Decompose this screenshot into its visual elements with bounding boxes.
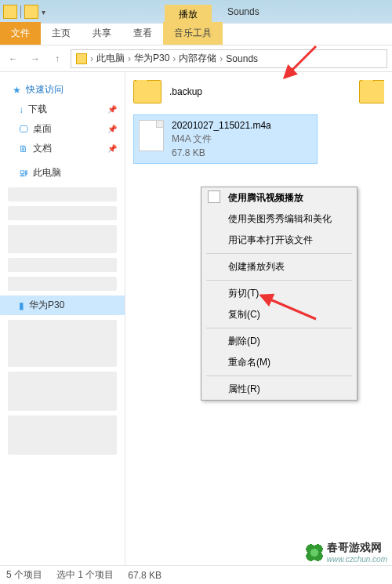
pin-icon: 📌 [107,144,117,153]
blurred-item [8,277,117,291]
nav-pane: ★ 快速访问 ↓ 下载 📌 🖵 桌面 📌 🗎 文档 📌 🖳 此电脑 ▮ [0,72,125,565]
cm-play-tencent[interactable]: 使用腾讯视频播放 [201,187,357,209]
cm-open-notepad[interactable]: 用记事本打开该文件 [201,230,357,251]
watermark: 春哥游戏网 www.czchun.com [305,541,387,564]
sidebar-label: 桌面 [33,122,52,136]
nav-bar: ← → ↑ › 此电脑 › 华为P30 › 内部存储 › Sounds [0,45,392,72]
bc-storage[interactable]: 内部存储 [179,52,216,65]
file-icon [208,190,220,203]
folder-icon[interactable] [3,5,17,19]
status-bar: 5 个项目 选中 1 个项目 67.8 KB [0,565,392,584]
sidebar-quick-access[interactable]: ★ 快速访问 [0,80,125,100]
window-title: Sounds [227,6,260,17]
svg-line-0 [285,46,316,78]
status-count: 5 个项目 [6,568,42,582]
sidebar-label: 华为P30 [29,299,64,312]
separator [206,375,352,376]
blurred-item [8,372,117,411]
cm-delete[interactable]: 删除(D) [201,331,357,352]
blurred-item [8,206,117,220]
documents-icon: 🗎 [19,143,28,154]
ribbon-tabs: 文件 主页 共享 查看 音乐工具 [0,24,392,45]
sidebar-this-pc[interactable]: 🖳 此电脑 [0,163,125,183]
pin-icon: 📌 [107,125,117,133]
forward-button[interactable]: → [27,50,44,67]
blurred-item [8,225,117,253]
folder-item[interactable]: .backup [133,80,202,103]
folder-icon [359,80,384,103]
separator [206,280,352,281]
separator [206,253,352,254]
cm-create-playlist[interactable]: 创建播放列表 [201,256,357,277]
status-selected: 选中 1 个项目 [56,568,114,582]
watermark-url: www.czchun.com [327,555,387,564]
cm-properties[interactable]: 属性(R) [201,379,357,400]
up-button[interactable]: ↑ [49,50,66,67]
annotation-arrow [281,42,320,82]
star-icon: ★ [13,85,21,96]
bc-device[interactable]: 华为P30 [134,52,169,65]
file-type: M4A 文件 [172,132,271,146]
sidebar-documents[interactable]: 🗎 文档 📌 [0,139,125,158]
svg-line-1 [261,296,316,319]
chevron-right-icon[interactable]: › [220,53,223,64]
logo-icon [305,543,324,562]
play-tab-header: 播放 [165,5,212,24]
separator [206,328,352,328]
chevron-right-icon[interactable]: › [90,53,93,64]
pc-icon: 🖳 [19,168,28,179]
tab-home[interactable]: 主页 [41,22,82,45]
desktop-icon: 🖵 [19,124,28,135]
dropdown-icon[interactable]: ▾ [42,8,45,16]
phone-icon: ▮ [19,300,24,311]
sidebar-downloads[interactable]: ↓ 下载 📌 [0,100,125,119]
sidebar-label: 快速访问 [26,83,64,96]
separator [20,5,21,18]
blurred-item [8,187,117,201]
qat-icons: ▾ [3,5,45,19]
cm-edit-meitu[interactable]: 使用美图秀秀编辑和美化 [201,209,357,230]
folder-icon [133,80,162,103]
sidebar-label: 文档 [33,142,52,155]
chevron-right-icon[interactable]: › [172,53,176,64]
blurred-item [8,415,117,455]
status-size: 67.8 KB [128,570,162,581]
sidebar-desktop[interactable]: 🖵 桌面 📌 [0,119,125,139]
blurred-item [8,258,117,272]
back-button[interactable]: ← [5,50,22,67]
file-icon [139,120,164,151]
file-size: 67.8 KB [172,147,271,158]
pin-icon: 📌 [107,105,117,114]
chevron-right-icon[interactable]: › [128,53,131,64]
folder-icon[interactable] [24,5,38,19]
bc-folder[interactable]: Sounds [226,53,258,64]
folder-row: .backup .pictur [133,80,384,103]
sidebar-device-active[interactable]: ▮ 华为P30 [0,296,125,315]
blurred-item [8,320,117,367]
cm-rename[interactable]: 重命名(M) [201,352,357,373]
folder-item[interactable]: .pictur [359,80,384,103]
sidebar-label: 此电脑 [33,166,61,180]
folder-icon [76,53,87,64]
annotation-arrow [257,292,320,323]
file-meta: 20201027_115021.m4a M4A 文件 67.8 KB [172,120,271,158]
tab-share[interactable]: 共享 [82,22,122,45]
sidebar-label: 下载 [28,103,47,116]
breadcrumb[interactable]: › 此电脑 › 华为P30 › 内部存储 › Sounds [71,49,387,68]
folder-label: .backup [169,86,202,97]
tab-view[interactable]: 查看 [122,22,163,45]
selected-file[interactable]: 20201027_115021.m4a M4A 文件 67.8 KB [133,114,318,164]
tab-music-tools[interactable]: 音乐工具 [163,22,223,45]
title-bar: ▾ 播放 Sounds [0,0,392,24]
bc-this-pc[interactable]: 此电脑 [96,52,125,65]
file-name: 20201027_115021.m4a [172,120,271,131]
play-tab[interactable]: 播放 [165,5,212,24]
tab-file[interactable]: 文件 [0,22,41,45]
watermark-name: 春哥游戏网 [327,541,382,553]
download-icon: ↓ [19,104,24,115]
